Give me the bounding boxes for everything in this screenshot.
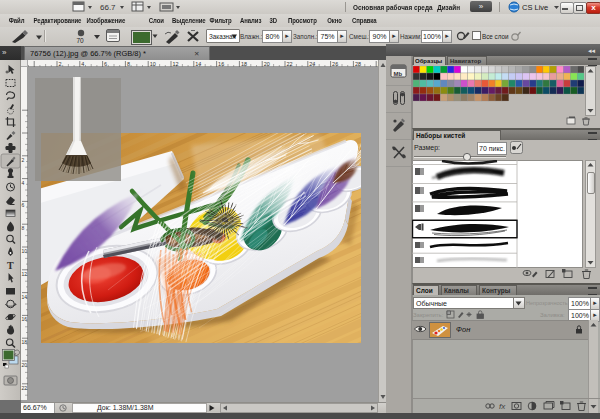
svg-text:fx: fx (499, 402, 506, 411)
svg-text:8: 8 (127, 61, 130, 67)
svg-text:8: 8 (22, 225, 25, 231)
svg-text:20: 20 (22, 362, 28, 368)
svg-text:T: T (7, 260, 14, 271)
svg-text:24: 24 (309, 61, 315, 67)
svg-text:4: 4 (81, 61, 84, 67)
svg-text:12: 12 (22, 271, 28, 277)
svg-text:66.7: 66.7 (100, 3, 116, 12)
svg-text:18: 18 (22, 339, 28, 345)
svg-text:20: 20 (264, 61, 270, 67)
svg-text:16: 16 (22, 316, 28, 322)
svg-text:Mb: Mb (394, 71, 403, 77)
svg-text:22: 22 (287, 61, 293, 67)
svg-text:4: 4 (22, 180, 25, 186)
svg-text:6: 6 (104, 61, 107, 67)
svg-text:2: 2 (22, 157, 25, 163)
svg-text:10: 10 (22, 248, 28, 254)
svg-text:2: 2 (59, 61, 62, 67)
svg-text:18: 18 (241, 61, 247, 67)
svg-text:6: 6 (22, 202, 25, 208)
svg-text:10: 10 (150, 61, 156, 67)
svg-text:16: 16 (218, 61, 224, 67)
svg-text:12: 12 (173, 61, 179, 67)
svg-text:70: 70 (77, 37, 85, 44)
svg-text:14: 14 (22, 294, 28, 300)
svg-text:26: 26 (332, 61, 338, 67)
svg-text:14: 14 (195, 61, 201, 67)
svg-text:22: 22 (22, 385, 28, 391)
svg-text:28: 28 (355, 61, 361, 67)
